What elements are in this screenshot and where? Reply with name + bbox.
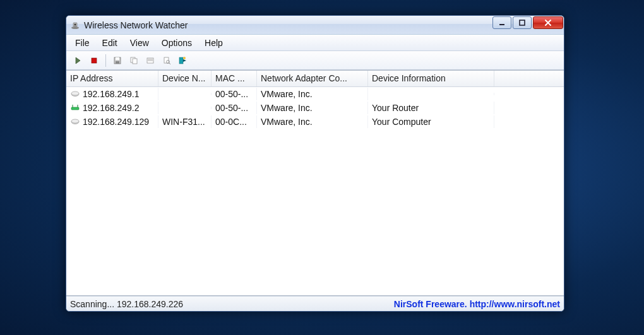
svg-rect-21 [71, 107, 79, 110]
menu-edit[interactable]: Edit [96, 36, 124, 50]
column-device-info[interactable]: Device Information [368, 71, 494, 86]
svg-rect-7 [116, 57, 119, 60]
cell-info [368, 93, 494, 95]
menubar: File Edit View Options Help [66, 35, 564, 51]
listview: IP Address Device N... MAC ... Network A… [66, 70, 564, 296]
close-button[interactable] [533, 16, 563, 29]
window-controls [492, 16, 564, 34]
menu-view[interactable]: View [124, 36, 155, 50]
window-title: Wireless Network Watcher [84, 20, 492, 30]
titlebar[interactable]: Wireless Network Watcher [66, 16, 564, 35]
app-window: Wireless Network Watcher File Edit View … [66, 15, 564, 312]
cell-ip-text: 192.168.249.129 [83, 117, 149, 127]
options-button[interactable] [159, 53, 174, 68]
svg-point-2 [75, 23, 76, 25]
properties-button[interactable] [143, 53, 158, 68]
svg-rect-4 [520, 20, 525, 25]
svg-rect-17 [179, 57, 183, 64]
cell-ip: 192.168.249.2 [66, 102, 158, 114]
statusbar: Scanning... 192.168.249.226 NirSoft Free… [66, 296, 564, 311]
listview-body[interactable]: 192.168.249.1 00-50-... VMware, Inc. 192… [66, 87, 564, 295]
column-extra[interactable] [494, 71, 526, 86]
cell-extra [494, 120, 526, 123]
svg-line-16 [169, 62, 171, 64]
svg-rect-3 [499, 24, 504, 25]
menu-options[interactable]: Options [155, 36, 198, 50]
cell-device: WIN-F31... [158, 115, 212, 128]
stop-button[interactable] [86, 53, 102, 68]
cell-extra [494, 107, 526, 109]
cell-ip-text: 192.168.249.2 [83, 103, 140, 113]
cell-mac: 00-0C... [212, 115, 257, 128]
credit-link[interactable]: http://www.nirsoft.net [470, 299, 560, 309]
cell-adapter: VMware, Inc. [257, 115, 368, 128]
app-icon [70, 20, 80, 30]
menu-file[interactable]: File [69, 36, 96, 50]
maximize-button[interactable] [513, 16, 532, 29]
table-row[interactable]: 192.168.249.2 00-50-... VMware, Inc. You… [66, 101, 564, 115]
save-button[interactable] [110, 53, 125, 68]
cell-info: Your Computer [368, 115, 494, 128]
status-text: Scanning... 192.168.249.226 [70, 299, 394, 309]
svg-point-18 [183, 57, 186, 59]
cell-ip-text: 192.168.249.1 [83, 89, 140, 99]
credit-text: NirSoft Freeware. [394, 299, 470, 309]
status-credit: NirSoft Freeware. http://www.nirsoft.net [394, 299, 560, 309]
minimize-button[interactable] [492, 16, 511, 29]
copy-button[interactable] [126, 53, 141, 68]
toolbar-separator [105, 54, 106, 67]
cell-mac: 00-50-... [212, 102, 257, 114]
toolbar [66, 51, 564, 70]
router-icon [70, 103, 80, 112]
column-mac[interactable]: MAC ... [212, 71, 257, 86]
column-adapter[interactable]: Network Adapter Co... [257, 71, 368, 86]
cell-info: Your Router [368, 102, 494, 114]
svg-rect-5 [92, 58, 97, 63]
cell-device [158, 93, 212, 95]
menu-help[interactable]: Help [198, 36, 229, 50]
play-button[interactable] [70, 53, 85, 68]
exit-button[interactable] [176, 53, 191, 68]
cell-device [158, 107, 212, 109]
device-icon [70, 90, 80, 98]
column-device-name[interactable]: Device N... [158, 71, 212, 86]
svg-point-0 [71, 26, 79, 29]
svg-point-20 [71, 91, 79, 95]
svg-rect-8 [116, 61, 119, 64]
svg-rect-10 [133, 59, 137, 64]
listview-header: IP Address Device N... MAC ... Network A… [66, 71, 564, 87]
table-row[interactable]: 192.168.249.129 WIN-F31... 00-0C... VMwa… [66, 115, 564, 129]
cell-ip: 192.168.249.1 [66, 88, 158, 100]
table-row[interactable]: 192.168.249.1 00-50-... VMware, Inc. [66, 87, 564, 101]
cell-adapter: VMware, Inc. [257, 102, 368, 114]
cell-mac: 00-50-... [212, 88, 257, 100]
device-icon [70, 117, 80, 126]
svg-point-25 [71, 119, 79, 123]
cell-ip: 192.168.249.129 [66, 115, 158, 128]
column-ip-address[interactable]: IP Address [66, 71, 158, 86]
cell-adapter: VMware, Inc. [257, 88, 368, 100]
cell-extra [494, 93, 526, 95]
